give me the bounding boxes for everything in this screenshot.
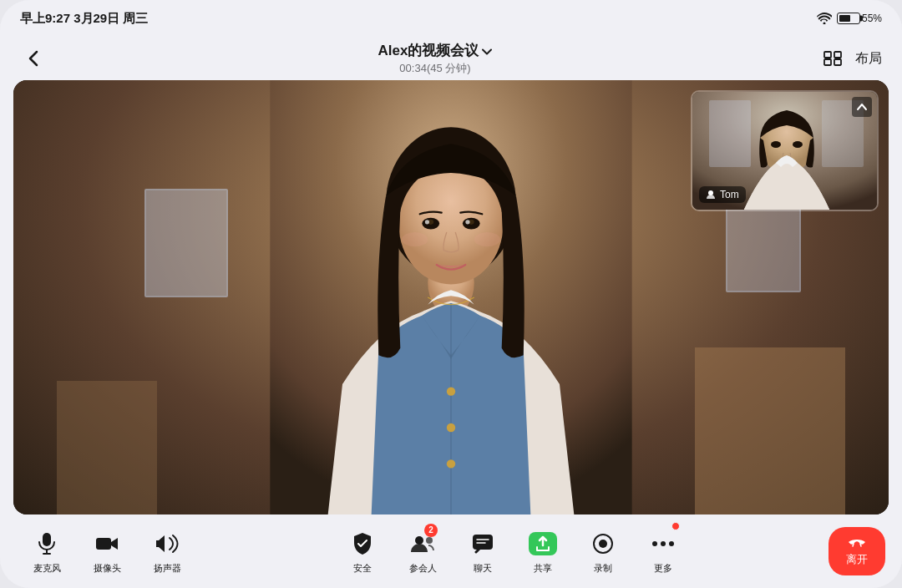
svg-point-23 (771, 141, 781, 148)
svg-point-37 (652, 541, 657, 546)
svg-point-30 (415, 536, 423, 545)
svg-rect-20 (709, 100, 751, 167)
svg-point-18 (447, 459, 455, 468)
phone-down-icon (847, 535, 867, 550)
wifi-icon (817, 13, 832, 24)
bg-box-left (57, 381, 157, 514)
meeting-duration: 00:34(45 分钟) (47, 61, 823, 76)
camera-label: 摄像头 (94, 562, 121, 575)
main-participant-video (242, 80, 660, 514)
thumbnail-video: Tom (691, 90, 879, 211)
status-icons: 55% (817, 13, 882, 24)
share-icon (528, 529, 558, 559)
participants-badge: 2 (424, 524, 438, 537)
back-button[interactable] (20, 45, 47, 72)
status-bar: 早上9:27 3月29日 周三 55% (0, 0, 902, 37)
toolbar: 麦克风 摄像头 (0, 514, 902, 588)
svg-rect-3 (834, 59, 841, 65)
speaker-icon (152, 529, 182, 559)
svg-point-38 (661, 541, 666, 546)
mic-icon (32, 529, 62, 559)
collapse-thumbnail-button[interactable] (852, 97, 872, 117)
svg-point-13 (465, 220, 469, 224)
speaker-label: 扬声器 (154, 562, 181, 575)
meeting-title[interactable]: Alex的视频会议 (47, 41, 823, 60)
share-label: 共享 (534, 562, 552, 575)
record-icon (588, 529, 618, 559)
chat-label: 聊天 (474, 562, 492, 575)
security-button[interactable]: 安全 (332, 529, 393, 575)
svg-point-16 (447, 387, 455, 395)
record-button[interactable]: 录制 (573, 529, 633, 575)
more-badge (671, 522, 680, 530)
svg-point-31 (426, 537, 433, 544)
svg-point-12 (425, 220, 429, 224)
status-time: 早上9:27 3月29日 周三 (20, 11, 148, 27)
participant-name: Tom (720, 189, 739, 200)
video-area: Tom (13, 80, 889, 514)
participants-icon: 2 (408, 529, 438, 559)
svg-rect-1 (834, 52, 841, 58)
camera-button[interactable]: 摄像头 (77, 529, 137, 575)
security-icon (347, 529, 378, 559)
svg-rect-2 (824, 59, 831, 65)
chat-button[interactable]: 聊天 (453, 529, 513, 575)
svg-rect-0 (824, 52, 831, 58)
layout-label[interactable]: 布局 (855, 50, 882, 68)
nav-bar: Alex的视频会议 00:34(45 分钟) 布局 (0, 37, 902, 80)
nav-title: Alex的视频会议 00:34(45 分钟) (47, 41, 823, 76)
svg-point-39 (669, 541, 674, 546)
svg-rect-26 (43, 533, 51, 546)
participant-icon (706, 190, 716, 200)
svg-point-36 (599, 540, 607, 548)
camera-icon (92, 529, 122, 559)
dropdown-icon (482, 43, 492, 59)
svg-point-14 (402, 232, 428, 246)
mic-label: 麦克风 (33, 562, 61, 575)
record-label: 录制 (594, 562, 612, 575)
bg-box-right (695, 347, 845, 514)
grid-view-icon[interactable] (823, 51, 842, 66)
svg-point-24 (793, 141, 803, 148)
speaker-button[interactable]: 扬声器 (137, 529, 197, 575)
leave-label: 离开 (846, 552, 868, 567)
mic-button[interactable]: 麦克风 (17, 529, 77, 575)
security-label: 安全 (353, 562, 372, 575)
battery-level: 55% (862, 13, 882, 24)
toolbar-center-group: 安全 2 参会人 (332, 529, 693, 575)
more-label: 更多 (654, 562, 672, 575)
leave-button[interactable]: 离开 (829, 527, 885, 575)
more-icon (648, 529, 678, 559)
nav-right-controls: 布局 (823, 50, 882, 68)
more-button[interactable]: 更多 (633, 529, 693, 575)
battery-icon: 55% (837, 13, 882, 24)
device-frame: 早上9:27 3月29日 周三 55% Alex的视频会 (0, 0, 902, 588)
svg-point-17 (447, 423, 455, 432)
toolbar-left-group: 麦克风 摄像头 (17, 529, 197, 575)
participant-name-label: Tom (699, 186, 746, 203)
participants-button[interactable]: 2 参会人 (393, 529, 453, 575)
bg-window-left (144, 189, 228, 297)
svg-rect-29 (96, 538, 111, 550)
share-button[interactable]: 共享 (513, 529, 573, 575)
svg-rect-32 (473, 535, 493, 550)
svg-point-15 (474, 232, 500, 246)
chat-icon (468, 529, 498, 559)
participants-label: 参会人 (409, 562, 437, 575)
